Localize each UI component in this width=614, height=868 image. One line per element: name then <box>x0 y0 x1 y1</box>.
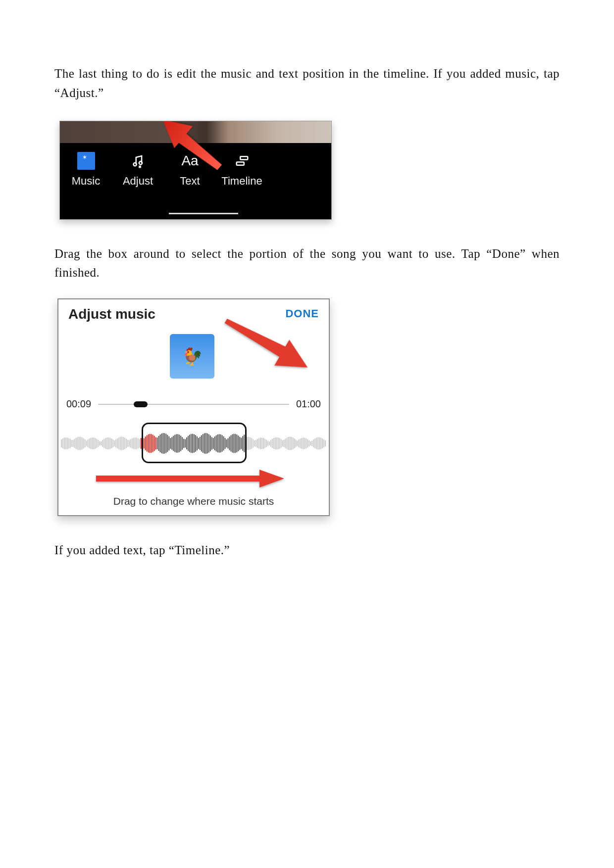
time-current: 00:09 <box>66 398 91 410</box>
svg-point-0 <box>133 162 136 165</box>
song-thumbnail: 🐓 <box>170 334 214 379</box>
adjust-icon <box>128 151 148 171</box>
svg-rect-3 <box>236 162 244 165</box>
paragraph-1: The last thing to do is edit the music a… <box>54 64 560 103</box>
adjust-button[interactable]: Adjust <box>112 151 164 219</box>
done-button[interactable]: DONE <box>285 307 319 320</box>
music-thumbnail-icon <box>77 152 95 170</box>
paragraph-2: Drag the box around to select the portio… <box>54 244 560 283</box>
adjust-label: Adjust <box>123 175 153 188</box>
adjust-music-title: Adjust music <box>68 306 155 322</box>
svg-rect-2 <box>240 156 248 159</box>
scrub-playhead[interactable] <box>134 401 148 407</box>
paragraph-3: If you added text, tap “Timeline.” <box>54 541 560 560</box>
adjust-music-caption: Drag to change where music starts <box>58 495 329 507</box>
time-total: 01:00 <box>296 398 321 410</box>
figure-toolbar: Music Adjust Aa Text <box>59 121 332 220</box>
waveform[interactable] <box>58 426 329 461</box>
annotation-arrow-icon <box>96 469 284 488</box>
timeline-label: Timeline <box>221 175 262 188</box>
active-tab-indicator <box>169 213 238 214</box>
thumbnail-emoji: 🐓 <box>182 346 203 366</box>
svg-point-1 <box>139 161 142 164</box>
music-label: Music <box>72 175 100 188</box>
music-button[interactable]: Music <box>60 151 112 219</box>
svg-marker-186 <box>96 470 284 487</box>
scrub-track[interactable] <box>98 404 289 405</box>
timeline-icon <box>232 151 252 171</box>
text-label: Text <box>180 175 200 188</box>
figure-adjust-music: Adjust music DONE 🐓 00:09 01:00 <box>57 298 330 516</box>
